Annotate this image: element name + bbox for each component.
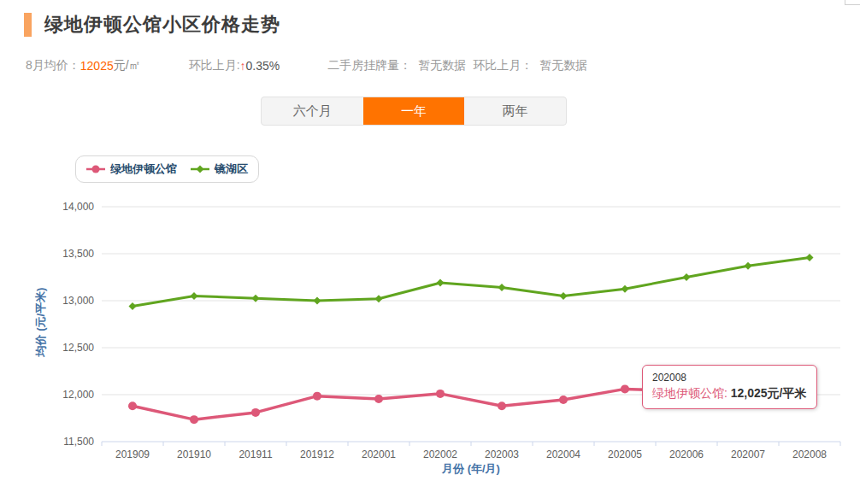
- legend-item-community[interactable]: 绿地伊顿公馆: [86, 161, 177, 177]
- data-point-镜湖区-202006[interactable]: [683, 273, 691, 281]
- tooltip-series-name: 绿地伊顿公馆:: [652, 386, 727, 400]
- x-tick-label: 202006: [669, 448, 704, 460]
- tooltip-value: 12,025元/平米: [731, 386, 807, 400]
- data-point-绿地伊顿公馆-202004[interactable]: [559, 396, 568, 404]
- x-tick-label: 201910: [177, 448, 211, 460]
- x-tick-label: 202003: [485, 448, 519, 460]
- y-tick-label: 11,500: [63, 436, 94, 448]
- y-axis-title: 均价 (元/平米): [33, 258, 49, 386]
- tooltip-period: 202008: [652, 372, 807, 384]
- price-trend-chart: 11,50012,00012,50013,00013,50014,0002019…: [0, 0, 860, 504]
- y-tick-label: 13,000: [62, 295, 94, 307]
- x-tick-label: 202002: [423, 448, 457, 460]
- legend-marker-diamond-icon: [191, 164, 209, 174]
- data-point-镜湖区-202002[interactable]: [437, 279, 445, 287]
- chart-legend: 绿地伊顿公馆 镜湖区: [75, 155, 259, 183]
- data-point-镜湖区-202001[interactable]: [375, 295, 383, 302]
- data-point-镜湖区-201909[interactable]: [129, 302, 137, 310]
- legend-label: 绿地伊顿公馆: [110, 161, 177, 177]
- data-point-镜湖区-202008[interactable]: [806, 254, 814, 261]
- legend-marker-circle-icon: [86, 164, 105, 174]
- legend-item-district[interactable]: 镜湖区: [191, 161, 248, 177]
- data-point-镜湖区-201912[interactable]: [314, 297, 321, 305]
- x-tick-label: 202008: [792, 448, 827, 460]
- data-point-绿地伊顿公馆-202001[interactable]: [374, 395, 383, 403]
- x-tick-label: 202007: [731, 448, 765, 460]
- y-tick-label: 14,000: [62, 201, 94, 213]
- data-point-绿地伊顿公馆-201911[interactable]: [251, 408, 260, 417]
- cropped-panel-corner: [845, 0, 860, 5]
- x-tick-label: 202005: [608, 448, 642, 460]
- y-tick-label: 12,500: [62, 342, 94, 354]
- legend-label: 镜湖区: [215, 161, 248, 177]
- x-tick-label: 201912: [300, 448, 334, 460]
- y-tick-label: 12,000: [62, 389, 94, 401]
- x-tick-label: 201909: [115, 448, 150, 460]
- data-point-绿地伊顿公馆-202002[interactable]: [436, 390, 445, 398]
- x-tick-label: 202001: [362, 448, 396, 460]
- data-point-镜湖区-202003[interactable]: [498, 284, 506, 291]
- data-point-绿地伊顿公馆-202003[interactable]: [498, 401, 506, 410]
- y-tick-label: 13,500: [62, 248, 94, 260]
- x-tick-label: 202004: [546, 448, 580, 460]
- data-point-绿地伊顿公馆-202005[interactable]: [621, 384, 629, 393]
- series-line-1: [133, 257, 810, 306]
- data-point-镜湖区-202004[interactable]: [560, 292, 568, 300]
- data-point-镜湖区-201910[interactable]: [191, 292, 198, 300]
- data-point-镜湖区-202007[interactable]: [745, 262, 752, 270]
- data-point-镜湖区-202005[interactable]: [621, 285, 629, 293]
- x-axis-title: 月份 (年/月): [102, 461, 840, 477]
- chart-tooltip: 202008 绿地伊顿公馆: 12,025元/平米: [642, 365, 817, 409]
- x-tick-label: 201911: [239, 448, 272, 460]
- data-point-绿地伊顿公馆-201910[interactable]: [190, 415, 198, 424]
- data-point-绿地伊顿公馆-201909[interactable]: [128, 401, 137, 410]
- data-point-绿地伊顿公馆-201912[interactable]: [313, 392, 321, 401]
